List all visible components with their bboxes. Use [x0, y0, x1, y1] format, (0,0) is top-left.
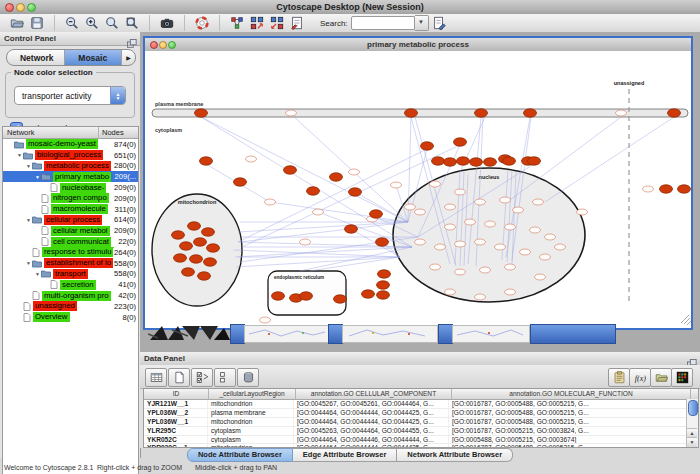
net-zoom-button[interactable] [168, 41, 176, 49]
network-node[interactable] [198, 272, 211, 280]
function-builder-button[interactable]: f(x) [629, 368, 651, 387]
network-node-small[interactable] [475, 239, 486, 245]
background-window-content[interactable] [244, 325, 330, 343]
table-cell[interactable]: YKR052C [144, 436, 208, 444]
expand-triangle-icon[interactable]: ▼ [25, 163, 32, 169]
network-node[interactable] [524, 109, 537, 117]
expand-triangle-icon[interactable]: ▼ [34, 174, 41, 180]
network-node-small[interactable] [540, 254, 551, 260]
network-window-titlebar[interactable]: primary metabolic process [145, 38, 691, 52]
network-node-small[interactable] [520, 249, 531, 255]
network-node[interactable] [660, 185, 673, 193]
network-node-small[interactable] [485, 221, 496, 227]
tree-row-label[interactable]: primary metabo [53, 172, 111, 182]
network-node[interactable] [377, 291, 390, 299]
network-node-small[interactable] [495, 244, 506, 250]
network-node[interactable] [234, 178, 247, 186]
node-color-dropdown[interactable]: transporter activity ▲▼ [14, 86, 126, 105]
table-cell[interactable]: [GO:0044464, GO:0044446, GO:0044444, G..… [294, 436, 449, 444]
network-node-small[interactable] [505, 289, 516, 295]
network-node[interactable] [172, 231, 185, 239]
tree-row-label[interactable]: secretion [60, 280, 96, 290]
network-node[interactable] [475, 109, 488, 117]
tree-row-label[interactable]: response to stimulu [42, 247, 114, 257]
background-window-titlebar[interactable] [530, 324, 616, 344]
tree-row-label[interactable]: unassigned [33, 301, 77, 311]
network-node[interactable] [378, 270, 391, 278]
network-node-small[interactable] [260, 317, 271, 323]
delete-attribute-button[interactable] [237, 368, 259, 387]
network-node-small[interactable] [480, 267, 491, 273]
network-node-small[interactable] [391, 182, 402, 188]
background-window-content[interactable] [342, 325, 438, 343]
network-node-small[interactable] [465, 219, 476, 225]
network-node[interactable] [528, 157, 541, 165]
open-session-button[interactable] [8, 15, 26, 31]
network-node-small[interactable] [545, 234, 556, 240]
network-node-small[interactable] [555, 244, 566, 250]
network-node-small[interactable] [246, 156, 257, 162]
table-row[interactable]: YLR295Ccytoplasm[GO:0045263, GO:0044464,… [144, 427, 698, 436]
layout-option-a-button[interactable] [248, 15, 266, 31]
tree-row-label[interactable]: transport [53, 269, 88, 279]
network-node-small[interactable] [430, 181, 441, 187]
table-cell[interactable]: [GO:0005488, GO:0005215, GO:0003674] [449, 436, 687, 444]
network-node[interactable] [484, 158, 497, 166]
tree-row[interactable]: ▼cellular process614(0) [3, 215, 138, 226]
network-node[interactable] [362, 290, 375, 298]
network-node-small[interactable] [577, 209, 588, 215]
network-node-small[interactable] [505, 264, 516, 270]
network-node[interactable] [207, 244, 220, 252]
network-node[interactable] [457, 157, 470, 165]
network-node[interactable] [202, 228, 215, 236]
table-cell[interactable]: [GO:0044464, GO:0044444, GO:0044425, G..… [294, 418, 449, 426]
tree-row-label[interactable]: multi-organism pro [42, 291, 111, 301]
unselect-attributes-button[interactable] [214, 368, 236, 387]
background-window-titlebar[interactable] [230, 324, 245, 344]
tree-row[interactable]: ▼establishment of lo558(0) [3, 258, 138, 269]
expand-triangle-icon[interactable]: ▼ [25, 260, 32, 266]
tree-row[interactable]: macromolecule311(0) [3, 204, 138, 215]
network-node-small[interactable] [445, 289, 456, 295]
tree-row[interactable]: unassigned223(0) [3, 301, 138, 312]
table-cell[interactable]: [GO:0045263, GO:0044464, GO:0044455, G..… [294, 427, 449, 435]
tree-row[interactable]: ▼primary metabo209(... [3, 171, 138, 182]
network-node[interactable] [307, 187, 320, 195]
network-node-small[interactable] [415, 239, 426, 245]
tab-mosaic[interactable]: Mosaic [65, 50, 123, 65]
network-node[interactable] [204, 258, 217, 266]
zoom-selected-button[interactable] [103, 15, 121, 31]
tree-row[interactable]: cellular metabol209(0) [3, 225, 138, 236]
table-cell[interactable]: cytoplasm [208, 436, 294, 444]
resize-grip-icon[interactable] [681, 315, 691, 325]
table-cell[interactable]: plasma membrane [208, 409, 294, 417]
table-cell[interactable]: [GO:0045267, GO:0045261, GO:0044464, G..… [294, 400, 449, 408]
tree-column-nodes[interactable]: Nodes [99, 127, 138, 138]
close-window-button[interactable] [5, 3, 14, 12]
network-node[interactable] [182, 268, 195, 276]
network-node[interactable] [668, 109, 681, 117]
tree-row-label[interactable]: biological_process [35, 150, 103, 160]
network-node[interactable] [174, 254, 187, 262]
attribute-select-table-button[interactable] [145, 368, 167, 387]
network-node[interactable] [421, 142, 434, 150]
network-node-small[interactable] [616, 110, 627, 116]
network-node[interactable] [470, 158, 483, 166]
network-node[interactable] [370, 210, 383, 218]
annotation-button[interactable] [288, 15, 306, 31]
tab-network-attribute-browser[interactable]: Network Attribute Browser [397, 448, 513, 462]
network-node-small[interactable] [455, 269, 466, 275]
network-node[interactable] [330, 173, 343, 181]
table-cell[interactable]: [GO:0016787, GO:0005488, GO:0005215, G..… [449, 400, 687, 408]
tree-row-label[interactable]: cell communicat [51, 237, 111, 247]
network-node[interactable] [284, 166, 297, 174]
network-node-small[interactable] [415, 209, 426, 215]
network-node-small[interactable] [513, 207, 524, 213]
network-node[interactable] [678, 185, 691, 193]
float-panel-icon[interactable] [127, 34, 137, 43]
tree-row[interactable]: response to stimulu264(0) [3, 247, 138, 258]
network-node[interactable] [272, 292, 285, 300]
zoom-out-button[interactable] [63, 15, 81, 31]
expand-triangle-icon[interactable]: ▼ [16, 152, 23, 158]
tree-row[interactable]: ▼transport558(0) [3, 269, 138, 280]
